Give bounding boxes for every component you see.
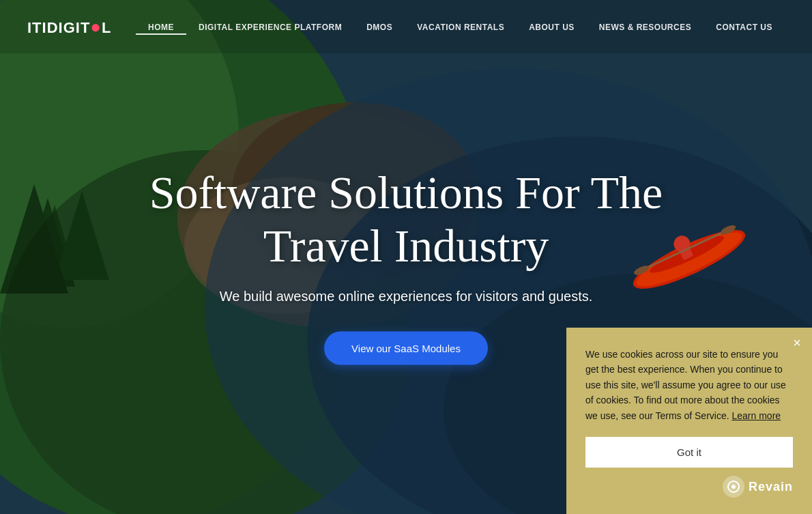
got-it-button[interactable]: Got it xyxy=(585,437,793,468)
learn-more-link[interactable]: Learn more xyxy=(732,410,781,421)
cta-button[interactable]: View our SaaS Modules xyxy=(324,331,488,365)
revain-branding: Revain xyxy=(585,476,793,498)
hero-title: Software Solutions For The Travel Indust… xyxy=(113,165,699,272)
nav-item-vacation-rentals[interactable]: VACATION RENTALS xyxy=(405,23,517,32)
logo-text: ITIDIGIT●L xyxy=(27,16,112,38)
cookie-banner: × We use cookies across our site to ensu… xyxy=(566,328,812,514)
nav-links: HOME DIGITAL EXPERIENCE PLATFORM DMOS VA… xyxy=(136,20,785,33)
nav-item-home[interactable]: HOME xyxy=(136,23,186,35)
nav-item-digital-experience[interactable]: DIGITAL EXPERIENCE PLATFORM xyxy=(186,23,354,32)
nav-item-news[interactable]: NEWS & RESOURCES xyxy=(587,23,704,32)
navbar: ITIDIGIT●L HOME DIGITAL EXPERIENCE PLATF… xyxy=(0,0,812,53)
logo[interactable]: ITIDIGIT●L xyxy=(27,16,112,38)
cookie-message: We use cookies across our site to ensure… xyxy=(585,347,793,423)
svg-point-23 xyxy=(731,485,736,489)
nav-item-contact-us[interactable]: CONTACT US xyxy=(704,23,785,32)
hero-subtitle: We build awesome online experiences for … xyxy=(113,288,699,304)
revain-icon xyxy=(723,476,744,498)
nav-item-about-us[interactable]: ABOUT US xyxy=(517,23,587,32)
logo-dot: ● xyxy=(90,16,102,37)
nav-item-dmos[interactable]: DMOS xyxy=(354,23,405,32)
cookie-close-button[interactable]: × xyxy=(793,336,801,349)
revain-text: Revain xyxy=(749,480,793,494)
